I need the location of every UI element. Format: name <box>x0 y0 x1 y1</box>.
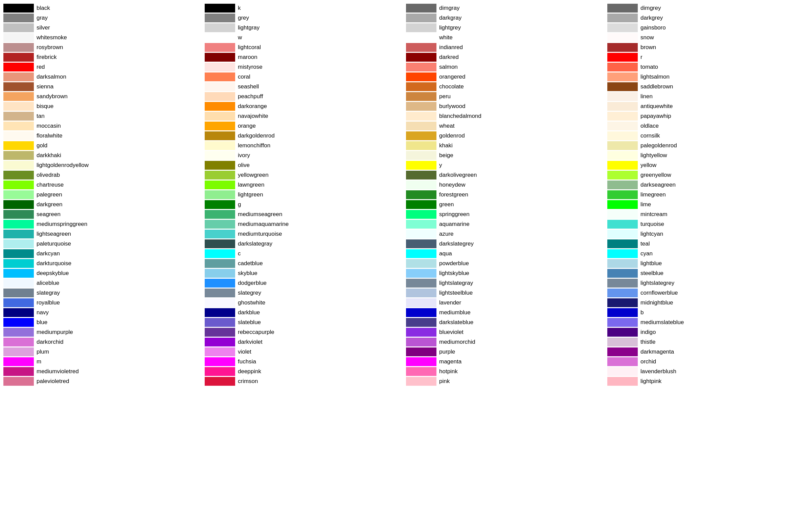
color-swatch <box>607 259 638 268</box>
color-swatch <box>3 161 34 170</box>
color-row: b <box>607 308 809 317</box>
color-label: aquamarine <box>439 221 470 228</box>
color-swatch <box>406 347 436 356</box>
color-label: midnightblue <box>640 299 673 306</box>
color-swatch <box>205 181 235 189</box>
color-label: plum <box>37 348 49 355</box>
color-label: red <box>37 64 45 70</box>
color-label: coral <box>238 73 250 80</box>
color-label: thistle <box>640 339 655 345</box>
color-label: honeydew <box>439 182 466 188</box>
color-label: c <box>238 250 241 257</box>
color-row: slateblue <box>205 318 406 327</box>
color-label: palegreen <box>37 191 62 198</box>
color-label: r <box>640 54 642 61</box>
color-swatch <box>607 338 638 346</box>
color-swatch <box>3 377 34 386</box>
color-swatch <box>607 298 638 307</box>
color-label: mistyrose <box>238 64 263 70</box>
color-label: steelblue <box>640 270 663 277</box>
color-row: navy <box>3 308 205 317</box>
color-label: powderblue <box>439 260 469 267</box>
color-swatch <box>205 200 235 209</box>
color-label: lightcoral <box>238 44 261 51</box>
color-swatch <box>205 14 235 22</box>
color-label: sienna <box>37 83 53 90</box>
color-swatch <box>3 367 34 376</box>
color-swatch <box>406 72 436 81</box>
color-label: pink <box>439 378 450 385</box>
color-swatch <box>607 210 638 219</box>
color-swatch <box>406 200 436 209</box>
color-row: darkgrey <box>607 13 809 23</box>
color-label: lightgreen <box>238 191 263 198</box>
color-row: seagreen <box>3 210 205 219</box>
color-row: salmon <box>406 62 607 72</box>
color-swatch <box>205 102 235 111</box>
color-label: azure <box>439 231 454 237</box>
color-label: hotpink <box>439 368 458 375</box>
color-label: darkred <box>439 54 459 61</box>
color-swatch <box>406 328 436 337</box>
color-label: navy <box>37 309 49 316</box>
color-swatch <box>607 82 638 91</box>
color-row: lemonchiffon <box>205 141 406 150</box>
color-swatch <box>607 377 638 386</box>
color-row: lightgrey <box>406 23 607 33</box>
color-swatch <box>607 181 638 189</box>
color-swatch <box>205 259 235 268</box>
color-swatch <box>3 43 34 52</box>
color-swatch <box>607 141 638 150</box>
color-label: mediumblue <box>439 309 471 316</box>
color-row: white <box>406 33 607 42</box>
color-label: gray <box>37 15 48 21</box>
color-label: ivory <box>238 152 250 159</box>
color-label: aqua <box>439 250 452 257</box>
color-swatch <box>406 269 436 278</box>
color-row: limegreen <box>607 190 809 199</box>
color-swatch <box>205 347 235 356</box>
color-label: chartreuse <box>37 182 64 188</box>
color-row: magenta <box>406 357 607 366</box>
color-row: g <box>205 200 406 209</box>
color-row: mintcream <box>607 210 809 219</box>
column-0: blackgraysilverwhitesmokerosybrownfirebr… <box>3 3 205 386</box>
color-row: mediumspringgreen <box>3 219 205 229</box>
color-row: cornsilk <box>607 131 809 141</box>
color-label: seagreen <box>37 211 61 218</box>
column-3: dimgreydarkgreygainsborosnowbrownrtomato… <box>607 3 809 386</box>
color-row: indigo <box>607 327 809 337</box>
color-swatch <box>3 249 34 258</box>
color-row: purple <box>406 347 607 357</box>
color-swatch <box>406 220 436 229</box>
color-row: deepskyblue <box>3 269 205 278</box>
color-swatch <box>406 23 436 32</box>
color-label: olivedrab <box>37 172 60 178</box>
color-swatch <box>607 249 638 258</box>
color-label: yellow <box>640 162 656 169</box>
color-label: mediumvioletred <box>37 368 79 375</box>
color-swatch <box>406 230 436 238</box>
color-label: dodgerblue <box>238 280 267 287</box>
color-swatch <box>406 279 436 288</box>
color-swatch <box>607 161 638 170</box>
color-swatch <box>205 161 235 170</box>
color-label: lavender <box>439 299 461 306</box>
color-swatch <box>3 141 34 150</box>
color-row: sienna <box>3 82 205 91</box>
color-swatch <box>406 43 436 52</box>
color-row: palegreen <box>3 190 205 199</box>
color-swatch <box>205 23 235 32</box>
color-label: forestgreen <box>439 191 468 198</box>
color-swatch <box>406 82 436 91</box>
color-row: turquoise <box>607 219 809 229</box>
color-label: lightblue <box>640 260 662 267</box>
color-label: royalblue <box>37 299 60 306</box>
color-label: slategray <box>37 290 60 296</box>
color-swatch <box>607 122 638 130</box>
color-row: green <box>406 200 607 209</box>
color-swatch <box>205 122 235 130</box>
color-row: lightgreen <box>205 190 406 199</box>
color-row: m <box>3 357 205 366</box>
color-label: gainsboro <box>640 24 666 31</box>
